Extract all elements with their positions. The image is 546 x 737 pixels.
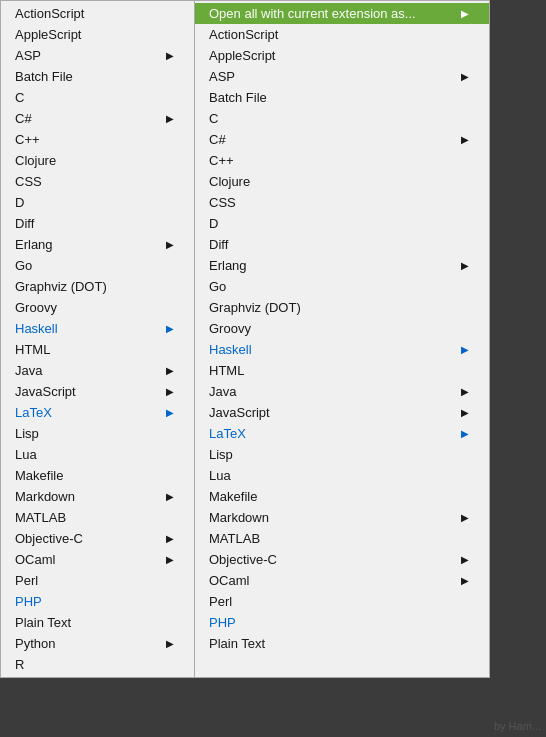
left-menu-item[interactable]: Haskell▶ [1, 318, 194, 339]
menu-item-label: JavaScript [209, 405, 270, 420]
right-menu-item[interactable]: OCaml▶ [195, 570, 489, 591]
right-menu-item[interactable]: AppleScript [195, 45, 489, 66]
menu-item-label: C [209, 111, 218, 126]
right-menu-item[interactable]: MATLAB [195, 528, 489, 549]
submenu-arrow-icon: ▶ [166, 365, 174, 376]
right-menu: Open all with current extension as...▶Ac… [195, 0, 490, 678]
left-menu-item[interactable]: Diff [1, 213, 194, 234]
right-menu-item[interactable]: C++ [195, 150, 489, 171]
menu-item-label: ActionScript [15, 6, 84, 21]
menu-item-label: Diff [15, 216, 34, 231]
left-menu-item[interactable]: HTML [1, 339, 194, 360]
left-menu-item[interactable]: Go [1, 255, 194, 276]
left-menu-item[interactable]: Plain Text [1, 612, 194, 633]
menu-item-label: Go [209, 279, 226, 294]
menu-item-label: Makefile [15, 468, 63, 483]
left-menu-item[interactable]: Makefile [1, 465, 194, 486]
right-menu-item[interactable]: Lua [195, 465, 489, 486]
left-menu-item[interactable]: ASP▶ [1, 45, 194, 66]
menu-item-label: C [15, 90, 24, 105]
left-menu-item[interactable]: Lua [1, 444, 194, 465]
left-menu-item[interactable]: D [1, 192, 194, 213]
left-menu-item[interactable]: PHP [1, 591, 194, 612]
menu-item-label: ASP [15, 48, 41, 63]
left-menu-item[interactable]: Erlang▶ [1, 234, 194, 255]
right-menu-item[interactable]: Markdown▶ [195, 507, 489, 528]
right-menu-item[interactable]: Perl [195, 591, 489, 612]
right-menu-item[interactable]: ASP▶ [195, 66, 489, 87]
submenu-arrow-icon: ▶ [166, 491, 174, 502]
right-menu-item[interactable]: Graphviz (DOT) [195, 297, 489, 318]
menu-item-label: D [15, 195, 24, 210]
left-menu-item[interactable]: Perl [1, 570, 194, 591]
left-menu: ActionScriptAppleScriptASP▶Batch FileCC#… [0, 0, 195, 678]
right-menu-item[interactable]: Java▶ [195, 381, 489, 402]
menu-item-label: Clojure [209, 174, 250, 189]
menu-item-label: MATLAB [15, 510, 66, 525]
context-menu: ActionScriptAppleScriptASP▶Batch FileCC#… [0, 0, 490, 678]
submenu-arrow-icon: ▶ [461, 512, 469, 523]
submenu-arrow-icon: ▶ [461, 386, 469, 397]
left-menu-item[interactable]: Clojure [1, 150, 194, 171]
right-menu-item[interactable]: CSS [195, 192, 489, 213]
right-menu-item[interactable]: C#▶ [195, 129, 489, 150]
left-menu-item[interactable]: C#▶ [1, 108, 194, 129]
right-menu-item[interactable]: Objective-C▶ [195, 549, 489, 570]
left-menu-item[interactable]: C++ [1, 129, 194, 150]
right-menu-item[interactable]: PHP [195, 612, 489, 633]
left-menu-item[interactable]: R [1, 654, 194, 675]
right-menu-item[interactable]: LaTeX▶ [195, 423, 489, 444]
right-menu-item[interactable]: Go [195, 276, 489, 297]
left-menu-item[interactable]: ActionScript [1, 3, 194, 24]
menu-item-label: Erlang [209, 258, 247, 273]
left-menu-item[interactable]: Lisp [1, 423, 194, 444]
menu-item-label: R [15, 657, 24, 672]
right-menu-item[interactable]: Diff [195, 234, 489, 255]
left-menu-item[interactable]: JavaScript▶ [1, 381, 194, 402]
right-menu-item[interactable]: C [195, 108, 489, 129]
right-menu-item[interactable]: D [195, 213, 489, 234]
left-menu-item[interactable]: Batch File [1, 66, 194, 87]
right-menu-item[interactable]: Groovy [195, 318, 489, 339]
menu-item-label: Perl [209, 594, 232, 609]
menu-item-label: Clojure [15, 153, 56, 168]
right-menu-item[interactable]: Plain Text [195, 633, 489, 654]
menu-item-label: Haskell [209, 342, 252, 357]
left-menu-item[interactable]: Objective-C▶ [1, 528, 194, 549]
left-menu-item[interactable]: Graphviz (DOT) [1, 276, 194, 297]
menu-item-label: HTML [209, 363, 244, 378]
menu-item-label: Markdown [15, 489, 75, 504]
menu-item-label: Markdown [209, 510, 269, 525]
menu-item-label: C# [15, 111, 32, 126]
submenu-arrow-icon: ▶ [461, 575, 469, 586]
left-menu-item[interactable]: AppleScript [1, 24, 194, 45]
right-menu-item[interactable]: JavaScript▶ [195, 402, 489, 423]
menu-item-label: C++ [209, 153, 234, 168]
menu-item-label: Plain Text [209, 636, 265, 651]
left-menu-item[interactable]: Markdown▶ [1, 486, 194, 507]
left-menu-item[interactable]: Java▶ [1, 360, 194, 381]
right-menu-item[interactable]: ActionScript [195, 24, 489, 45]
left-menu-item[interactable]: MATLAB [1, 507, 194, 528]
menu-item-label: C++ [15, 132, 40, 147]
right-menu-item[interactable]: Clojure [195, 171, 489, 192]
menu-item-label: MATLAB [209, 531, 260, 546]
right-menu-item[interactable]: Haskell▶ [195, 339, 489, 360]
left-menu-item[interactable]: LaTeX▶ [1, 402, 194, 423]
open-all-with-extension-item[interactable]: Open all with current extension as...▶ [195, 3, 489, 24]
left-menu-item[interactable]: C [1, 87, 194, 108]
right-menu-item[interactable]: Makefile [195, 486, 489, 507]
right-menu-item[interactable]: Lisp [195, 444, 489, 465]
submenu-arrow-icon: ▶ [461, 260, 469, 271]
left-menu-item[interactable]: CSS [1, 171, 194, 192]
right-menu-item[interactable]: Erlang▶ [195, 255, 489, 276]
submenu-arrow-icon: ▶ [166, 554, 174, 565]
menu-item-label: D [209, 216, 218, 231]
right-menu-item[interactable]: Batch File [195, 87, 489, 108]
menu-item-label: LaTeX [15, 405, 52, 420]
right-menu-item[interactable]: HTML [195, 360, 489, 381]
left-menu-item[interactable]: Groovy [1, 297, 194, 318]
left-menu-item[interactable]: Python▶ [1, 633, 194, 654]
left-menu-item[interactable]: OCaml▶ [1, 549, 194, 570]
menu-item-label: Batch File [209, 90, 267, 105]
